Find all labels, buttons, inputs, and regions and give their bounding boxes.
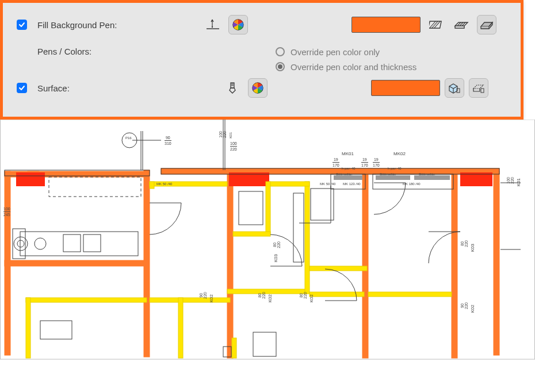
svg-rect-33 [150,298,230,302]
radio-selected-icon [276,62,285,71]
plan-tag-sub3: Sütimatlán [419,172,435,176]
svg-rect-20 [16,172,45,186]
plan-dim-80-220a: 80220 [273,241,281,248]
plan-tag-mk123: MK 123 /40 [343,182,361,186]
floor-plan-drawing [0,120,535,360]
plan-dim-90-220c: 90220 [460,302,468,309]
plan-dim-80-220d: 80220 [460,240,468,247]
floor-plan-viewport[interactable]: P16 90310 100220 MK01 MK02 h par: 40 h p… [0,120,535,360]
svg-rect-10 [161,168,499,174]
surface-row: Surface: [17,76,507,99]
plan-tag-k02c: K02 [309,294,314,302]
plan-dim-90-220a: 90220 [199,292,207,299]
svg-rect-29 [266,182,270,233]
plan-tag-hpar-a: h par: 40 [342,167,356,170]
svg-point-1 [212,26,213,28]
override-pen-color-thickness-option[interactable]: Override pen color and thickness [276,59,507,74]
svg-rect-31 [26,298,147,302]
svg-rect-37 [368,292,452,297]
pen-weight-icon[interactable] [203,15,223,34]
plan-tag-p16: P16 [125,136,132,140]
svg-rect-34 [178,298,183,358]
surface-plane-paint-button[interactable] [469,78,488,98]
override-pen-color-only-option[interactable]: Override pen color only [276,44,507,59]
pens-colors-label: Pens / Colors: [37,47,91,56]
override-color-only-label: Override pen color only [291,47,380,57]
svg-rect-22 [460,172,492,186]
svg-rect-8 [481,89,484,93]
plan-dim-100-220: 100220 [230,141,237,151]
surface-color-swatch[interactable] [371,80,440,96]
plan-dim-19-170c: 19170 [373,157,380,167]
plan-tag-sub2: Sütimatlán [380,172,396,176]
svg-rect-13 [144,170,150,357]
plan-dim-80-220b: 80220 [258,292,266,299]
plan-tag-k03a: K03 [274,254,278,262]
svg-rect-16 [452,174,457,358]
hatch-pattern-3-button[interactable] [477,15,496,34]
svg-rect-24 [150,182,154,189]
svg-rect-3 [231,83,234,88]
plan-tag-k01b: K01 [229,132,232,139]
fill-background-pen-label: Fill Background Pen: [37,20,117,30]
plan-dim-100-220-right: 100220 [506,177,514,184]
plan-dim-k01-top: 100220 [219,131,227,138]
surface-label: Surface: [37,83,70,93]
fill-background-pen-row: Fill Background Pen: [17,13,507,36]
svg-rect-35 [232,338,236,358]
svg-rect-27 [269,182,309,186]
plan-tag-k02b: K02 [268,294,273,302]
plan-tag-sub1: Sütimatlán [336,172,352,176]
plan-tag-mk01: MK01 [342,152,354,156]
override-color-thickness-label: Override pen color and thickness [291,62,416,72]
fill-background-pen-checkbox[interactable] [17,20,27,30]
svg-rect-12 [5,260,148,266]
plan-tag-k02-right: K02 [471,305,475,313]
svg-rect-30 [233,232,270,236]
plan-tag-mk180: MK 180 /40 [403,182,421,186]
plan-tag-mk50b: MK 50 /40 [320,182,335,186]
plan-dim-80-220c: 80220 [299,292,307,299]
hatch-pattern-1-icon[interactable] [426,15,446,34]
plan-dim-19-170a: 19170 [333,157,339,167]
svg-rect-55 [376,175,410,180]
surface-checkbox[interactable] [17,83,27,93]
color-picker-button[interactable] [228,15,248,34]
svg-rect-28 [309,266,367,271]
svg-rect-14 [227,174,233,358]
override-settings-panel: Fill Background Pen: [0,0,523,120]
plan-dim-90-310: 90310 [165,136,171,145]
radio-unselected-icon [276,47,285,56]
surface-cube-paint-button[interactable] [445,78,464,98]
plan-dim-19-170b: 19170 [361,157,368,167]
svg-rect-25 [227,289,308,294]
plan-tag-mk50a: MK 50 /40 [156,182,172,186]
surface-color-picker-button[interactable] [248,78,268,98]
plan-tag-k03b: K03 [471,244,475,252]
svg-rect-21 [229,172,269,186]
plan-tag-mk02: MK02 [393,152,406,156]
svg-rect-32 [26,298,30,358]
hatch-pattern-2-icon[interactable] [452,15,471,34]
plan-dim-100-245: 100245 [3,207,10,217]
plan-tag-k01: K01 [517,178,521,186]
plan-tag-hpar-b: h par: 40 [388,167,402,170]
svg-rect-56 [414,175,450,180]
paint-brush-icon[interactable] [223,78,242,98]
svg-rect-17 [494,171,499,355]
svg-rect-26 [305,182,309,294]
plan-tag-k02a: K02 [209,294,214,302]
fill-bg-color-swatch[interactable] [351,17,421,33]
svg-rect-54 [334,175,362,180]
